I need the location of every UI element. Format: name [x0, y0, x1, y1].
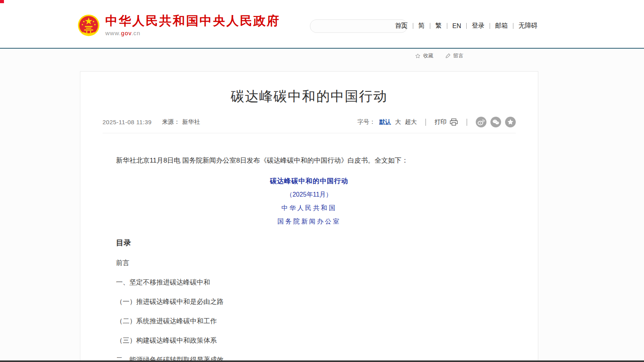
article-body: 新华社北京11月8日电 国务院新闻办公室8日发布《碳达峰碳中和的中国行动》白皮书…	[103, 155, 516, 362]
logo-text: 中华人民共和国中央人民政府 www.gov.cn	[105, 14, 280, 36]
source-value[interactable]: 新华社	[182, 118, 200, 126]
nav-home[interactable]: 首页	[390, 22, 413, 30]
article-meta-bar: 2025-11-08 11:39 来源： 新华社 字号： 默认 大 超大 打印	[103, 117, 516, 133]
print-label: 打印	[435, 118, 446, 126]
lead-paragraph: 新华社北京11月8日电 国务院新闻办公室8日发布《碳达峰碳中和的中国行动》白皮书…	[103, 155, 516, 166]
favorite-label: 收藏	[423, 52, 433, 59]
publish-date: 2025-11-08 11:39	[103, 119, 152, 125]
doc-org-line-1: 中华人民共和国	[103, 204, 516, 212]
url-cn: .cn	[131, 30, 141, 36]
message-label: 留言	[453, 52, 464, 59]
meta-left: 2025-11-08 11:39 来源： 新华社	[103, 118, 200, 126]
toc-item: （二）系统推进碳达峰碳中和工作	[103, 317, 516, 326]
toc-item: 前言	[103, 258, 516, 267]
toc-item: 一、坚定不移推进碳达峰碳中和	[103, 278, 516, 287]
fontsize-default[interactable]: 默认	[379, 118, 391, 126]
nav-simplified[interactable]: 简	[413, 22, 430, 30]
print-button[interactable]: 打印	[435, 118, 458, 126]
doc-org-line-2: 国务院新闻办公室	[103, 218, 516, 226]
star-outline-icon	[415, 53, 421, 59]
bottom-divider	[0, 360, 644, 362]
nav-accessibility[interactable]: 无障碍	[513, 22, 543, 30]
meta-right: 字号： 默认 大 超大 打印	[357, 117, 516, 127]
site-header: 中华人民共和国中央人民政府 www.gov.cn 首页 简 繁 EN 登录 邮箱…	[0, 0, 644, 49]
site-title: 中华人民共和国中央人民政府	[105, 14, 280, 28]
source-label: 来源：	[162, 118, 180, 126]
share-wechat-icon[interactable]	[490, 117, 501, 127]
top-nav: 首页 简 繁 EN 登录 邮箱 无障碍	[390, 22, 543, 30]
pencil-icon	[445, 53, 451, 59]
url-gov: gov	[121, 30, 131, 36]
site-logo[interactable]: 中华人民共和国中央人民政府 www.gov.cn	[78, 14, 280, 36]
nav-traditional[interactable]: 繁	[430, 22, 447, 30]
article-card: 碳达峰碳中和的中国行动 2025-11-08 11:39 来源： 新华社 字号：…	[80, 71, 538, 362]
fontsize-large[interactable]: 大	[395, 118, 401, 126]
site-url: www.gov.cn	[105, 30, 280, 36]
page: 中华人民共和国中央人民政府 www.gov.cn 首页 简 繁 EN 登录 邮箱…	[0, 0, 644, 362]
share-group	[476, 117, 516, 127]
national-emblem-icon	[78, 14, 100, 36]
printer-icon	[450, 118, 458, 126]
toc-item: （一）推进碳达峰碳中和是必由之路	[103, 297, 516, 306]
meta-divider	[426, 119, 426, 126]
doc-date-line: （2025年11月）	[103, 191, 516, 199]
screen-corner-marker	[0, 0, 4, 3]
doc-title: 碳达峰碳中和的中国行动	[103, 176, 516, 186]
fontsize-label: 字号：	[357, 118, 375, 126]
favorite-link[interactable]: 收藏	[415, 52, 433, 59]
search-input[interactable]	[310, 20, 399, 32]
share-favorite-icon[interactable]	[505, 117, 516, 127]
toc-heading: 目录	[103, 238, 516, 248]
nav-english[interactable]: EN	[447, 23, 466, 30]
url-www: www.	[105, 30, 121, 36]
meta-divider	[467, 119, 467, 126]
nav-mail[interactable]: 邮箱	[490, 22, 513, 30]
toc-item: （三）构建碳达峰碳中和政策体系	[103, 336, 516, 345]
fontsize-xlarge[interactable]: 超大	[405, 118, 417, 126]
nav-login[interactable]: 登录	[467, 22, 490, 30]
article-title: 碳达峰碳中和的中国行动	[103, 87, 516, 106]
article-actions: 收藏 留言	[415, 52, 464, 59]
share-weibo-icon[interactable]	[476, 117, 486, 127]
message-link[interactable]: 留言	[445, 52, 464, 59]
